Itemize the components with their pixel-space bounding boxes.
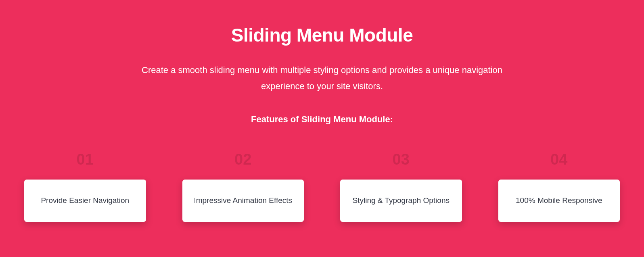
feature-item: 03 Styling & Typograph Options xyxy=(340,151,462,222)
feature-label: Impressive Animation Effects xyxy=(194,195,292,207)
page-description: Create a smooth sliding menu with multip… xyxy=(140,62,504,94)
feature-label: Styling & Typograph Options xyxy=(353,195,450,207)
feature-item: 01 Provide Easier Navigation xyxy=(24,151,146,222)
features-grid: 01 Provide Easier Navigation 02 Impressi… xyxy=(22,151,622,222)
page-title: Sliding Menu Module xyxy=(22,24,622,46)
feature-label: 100% Mobile Responsive xyxy=(516,195,602,207)
feature-card: 100% Mobile Responsive xyxy=(498,180,620,222)
feature-card: Impressive Animation Effects xyxy=(182,180,304,222)
hero-section: Sliding Menu Module Create a smooth slid… xyxy=(0,0,644,222)
feature-item: 02 Impressive Animation Effects xyxy=(182,151,304,222)
features-heading: Features of Sliding Menu Module: xyxy=(22,114,622,125)
feature-label: Provide Easier Navigation xyxy=(41,195,129,207)
feature-number: 04 xyxy=(498,151,620,168)
feature-card: Styling & Typograph Options xyxy=(340,180,462,222)
feature-number: 01 xyxy=(24,151,146,168)
feature-card: Provide Easier Navigation xyxy=(24,180,146,222)
feature-item: 04 100% Mobile Responsive xyxy=(498,151,620,222)
feature-number: 03 xyxy=(340,151,462,168)
feature-number: 02 xyxy=(182,151,304,168)
